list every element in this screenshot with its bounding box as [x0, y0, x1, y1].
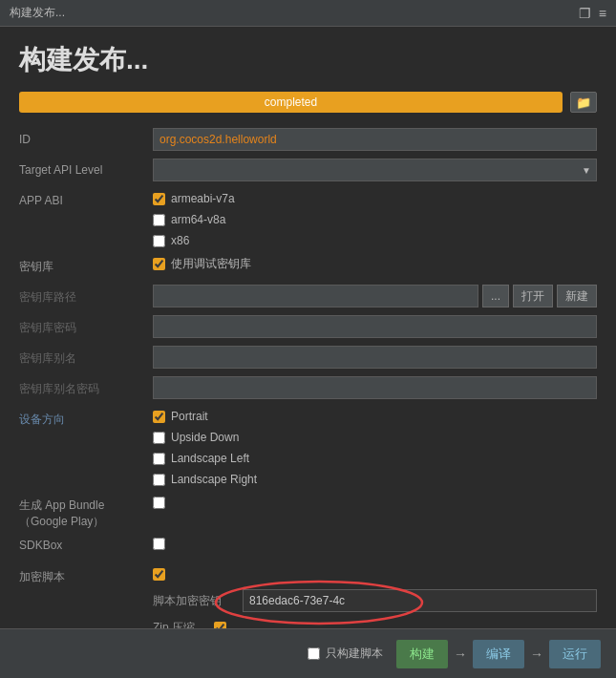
keystore-debug-row: 使用调试密钥库	[153, 254, 597, 273]
control-keystore-path: ... 打开 新建	[153, 285, 597, 307]
title-bar-controls: ❐ ≡	[579, 6, 606, 21]
orientation-group: Portrait Upside Down Landscape Left Land…	[153, 407, 597, 489]
page-title: 构建发布...	[19, 42, 597, 78]
orientation-landscape-right: Landscape Right	[153, 470, 597, 489]
label-x86: x86	[171, 234, 189, 247]
label-app-bundle: 生成 App Bundle（Google Play）	[19, 493, 153, 530]
label-armeabi: armeabi-v7a	[171, 192, 235, 205]
progress-bar-row: completed 📁	[19, 92, 597, 113]
label-abi: APP ABI	[19, 189, 153, 207]
checkbox-zip[interactable]	[214, 622, 226, 628]
title-bar-text: 构建发布...	[10, 5, 65, 21]
label-target-api: Target API Level	[19, 159, 153, 177]
control-target-api	[153, 159, 597, 181]
input-encrypt-key[interactable]	[243, 589, 597, 612]
browse-button[interactable]: ...	[482, 285, 509, 307]
select-wrapper-api	[153, 159, 597, 181]
label-upside-down: Upside Down	[171, 431, 239, 444]
form-row-target-api: Target API Level	[19, 159, 597, 185]
build-button[interactable]: 构建	[396, 640, 448, 668]
input-id[interactable]	[153, 128, 597, 151]
encrypt-key-label: 脚本加密密钥	[153, 593, 229, 609]
orientation-landscape-left: Landscape Left	[153, 449, 597, 468]
sdkbox-row	[153, 534, 597, 553]
input-keystore-password[interactable]	[153, 315, 597, 338]
encrypt-key-wrapper	[243, 589, 597, 612]
abi-arm64: arm64-v8a	[153, 210, 597, 229]
menu-icon[interactable]: ≡	[599, 6, 606, 21]
input-key-alias[interactable]	[153, 346, 597, 369]
abi-armeabi: armeabi-v7a	[153, 189, 597, 208]
control-key-alias	[153, 346, 597, 369]
label-landscape-right: Landscape Right	[171, 473, 257, 486]
form-row-keystore: 密钥库 使用调试密钥库	[19, 254, 597, 281]
control-encrypt: 脚本加密密钥 Zip 压缩	[153, 564, 597, 628]
input-key-alias-password[interactable]	[153, 376, 597, 399]
run-button[interactable]: 运行	[549, 640, 601, 668]
checkbox-portrait[interactable]	[153, 411, 165, 423]
label-keystore-password: 密钥库密码	[19, 315, 153, 336]
label-key-alias-password: 密钥库别名密码	[19, 376, 153, 397]
form-row-id: ID	[19, 128, 597, 155]
checkbox-upside-down[interactable]	[153, 432, 165, 444]
checkbox-only-build[interactable]	[308, 647, 320, 660]
select-target-api[interactable]	[153, 159, 597, 181]
checkbox-landscape-left[interactable]	[153, 453, 165, 465]
label-keystore: 密钥库	[19, 254, 153, 275]
arrow-compile-run: →	[528, 641, 545, 667]
label-encrypt: 加密脚本	[19, 564, 153, 585]
form-row-keystore-password: 密钥库密码	[19, 315, 597, 342]
label-arm64: arm64-v8a	[171, 213, 225, 226]
only-build-label: 只构建脚本	[326, 646, 383, 662]
checkbox-app-bundle[interactable]	[153, 497, 165, 509]
checkbox-arm64[interactable]	[153, 214, 165, 226]
control-key-alias-password	[153, 376, 597, 399]
label-portrait: Portrait	[171, 410, 208, 423]
checkbox-x86[interactable]	[153, 235, 165, 247]
checkbox-landscape-right[interactable]	[153, 474, 165, 486]
control-sdkbox	[153, 534, 597, 553]
control-id	[153, 128, 597, 151]
orientation-portrait: Portrait	[153, 407, 597, 426]
form-row-keystore-path: 密钥库路径 ... 打开 新建	[19, 285, 597, 311]
abi-x86: x86	[153, 231, 597, 250]
encrypt-row	[153, 564, 597, 583]
checkbox-armeabi[interactable]	[153, 193, 165, 205]
label-landscape-left: Landscape Left	[171, 452, 249, 465]
progress-bar-container: completed	[19, 92, 563, 113]
restore-icon[interactable]: ❐	[579, 6, 591, 21]
orientation-upside-down: Upside Down	[153, 428, 597, 447]
form-row-key-alias-password: 密钥库别名密码	[19, 376, 597, 403]
progress-bar-fill: completed	[19, 92, 563, 113]
bottom-toolbar: 只构建脚本 构建 → 编译 → 运行	[0, 628, 616, 678]
only-build-row: 只构建脚本	[308, 646, 383, 662]
checkbox-sdkbox[interactable]	[153, 538, 165, 550]
form-row-sdkbox: SDKBox	[19, 534, 597, 561]
form-row-encrypt: 加密脚本 脚本加密密钥	[19, 564, 597, 628]
app-bundle-row	[153, 493, 597, 512]
arrow-build-compile: →	[452, 641, 469, 667]
input-keystore-path[interactable]	[153, 285, 478, 307]
control-app-bundle	[153, 493, 597, 512]
progress-open-button[interactable]: 📁	[570, 92, 597, 113]
label-key-alias: 密钥库别名	[19, 346, 153, 367]
form-row-key-alias: 密钥库别名	[19, 346, 597, 372]
label-keystore-path: 密钥库路径	[19, 285, 153, 306]
label-sdkbox: SDKBox	[19, 534, 153, 552]
label-debug-keystore: 使用调试密钥库	[171, 256, 251, 272]
open-button[interactable]: 打开	[513, 285, 553, 307]
main-content: 构建发布... completed 📁 ID Target API Level	[0, 27, 616, 628]
control-keystore: 使用调试密钥库	[153, 254, 597, 273]
label-id: ID	[19, 128, 153, 146]
new-button[interactable]: 新建	[557, 285, 597, 307]
zip-row: Zip 压缩	[153, 620, 597, 628]
title-bar: 构建发布... ❐ ≡	[0, 0, 616, 27]
form-row-orientation: 设备方向 Portrait Upside Down Landscape Left	[19, 407, 597, 489]
form-row-app-bundle: 生成 App Bundle（Google Play）	[19, 493, 597, 530]
control-abi: armeabi-v7a arm64-v8a x86	[153, 189, 597, 250]
compile-button[interactable]: 编译	[473, 640, 524, 668]
zip-label: Zip 压缩	[153, 620, 206, 628]
checkbox-encrypt[interactable]	[153, 568, 165, 581]
checkbox-debug-keystore[interactable]	[153, 258, 165, 270]
control-orientation: Portrait Upside Down Landscape Left Land…	[153, 407, 597, 489]
